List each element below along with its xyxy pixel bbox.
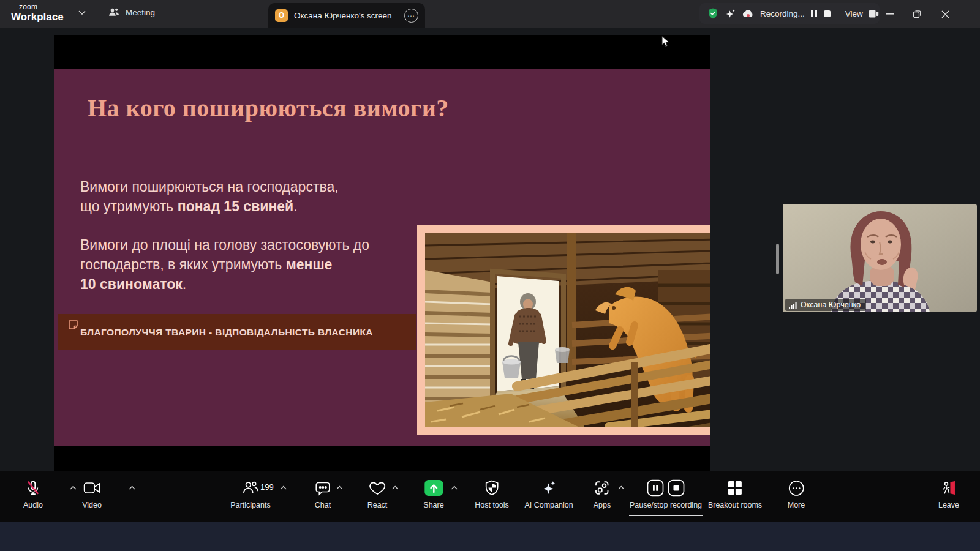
meeting-toolbar: Audio Video 199 Participants [0, 471, 980, 522]
tab-meeting[interactable]: Meeting [108, 7, 155, 18]
brand-workplace: Workplace [11, 12, 64, 22]
leave-door-icon [941, 479, 957, 497]
close-button[interactable] [936, 7, 954, 21]
thumbnail-resize-handle[interactable] [776, 244, 779, 274]
connection-bars-icon [789, 302, 797, 309]
video-options-chevron[interactable] [129, 485, 135, 490]
presentation-slide: На кого поширюються вимоги? Вимоги пошир… [54, 69, 710, 446]
pause-record-icon [647, 479, 664, 497]
restore-button[interactable] [908, 7, 926, 21]
windows-taskbar: Пошук [0, 522, 980, 551]
meeting-status-pill: Recording... View [699, 3, 880, 24]
participants-icon [242, 479, 259, 497]
stop-record-icon [668, 479, 685, 497]
chat-icon [315, 479, 331, 497]
participant-video-tile[interactable]: Оксана Юрченко [783, 204, 977, 312]
note-icon [68, 320, 78, 330]
camera-icon [83, 479, 100, 497]
cloud-recording-icon [742, 9, 755, 18]
video-button[interactable]: Video [82, 479, 102, 509]
tab-shared-screen[interactable]: O Оксана Юрченко's screen … [268, 3, 425, 28]
meeting-tab-label: Meeting [126, 8, 155, 17]
ai-companion-button[interactable]: AI Companion [524, 479, 573, 509]
participant-name: Оксана Юрченко [801, 301, 861, 309]
participant-video-feed [783, 204, 977, 312]
more-ellipsis-icon [788, 479, 804, 497]
participant-name-tag: Оксана Юрченко [785, 299, 866, 311]
slide-paragraph-1: Вимоги поширюються на господарства, що у… [80, 177, 339, 216]
screen-share-initial-icon: O [275, 9, 288, 22]
mic-muted-icon [25, 479, 41, 497]
slide-paragraph-2: Вимоги до площі на голову застосовують д… [80, 235, 369, 294]
tab-options-icon[interactable]: … [404, 9, 418, 23]
record-label-underline [629, 515, 703, 516]
security-shield-icon[interactable] [707, 7, 719, 20]
apps-icon [594, 479, 610, 497]
stop-recording-icon[interactable] [823, 10, 831, 18]
shared-screen-area: На кого поширюються вимоги? Вимоги пошир… [54, 35, 710, 471]
more-button[interactable]: More [788, 479, 805, 509]
breakout-rooms-button[interactable]: Breakout rooms [708, 479, 762, 509]
zoom-workplace-window: zoom Workplace Meeting O Оксана Юрченко'… [0, 0, 980, 551]
react-options-chevron[interactable] [392, 485, 399, 490]
chevron-down-icon[interactable] [78, 10, 86, 15]
participants-options-chevron[interactable] [280, 485, 287, 490]
share-screen-icon [424, 479, 443, 497]
slide-banner: БЛАГОПОЛУЧЧЯ ТВАРИН - ВІДПОВІДАЛЬНІСТЬ В… [58, 314, 417, 350]
ai-sparkle-icon[interactable] [725, 8, 736, 20]
share-button[interactable]: Share [423, 479, 443, 509]
apps-button[interactable]: Apps [594, 479, 611, 509]
chat-button[interactable]: Chat [315, 479, 331, 509]
shield-checker-icon [484, 479, 499, 497]
slide-photo-frame [417, 225, 710, 435]
titlebar: zoom Workplace Meeting O Оксана Юрченко'… [0, 0, 980, 28]
mouse-cursor [662, 36, 670, 48]
brand-zoom: zoom [19, 3, 64, 10]
participants-button[interactable]: 199 Participants [230, 479, 270, 509]
participants-count: 199 [260, 482, 274, 492]
share-options-chevron[interactable] [451, 485, 458, 490]
view-layout-icon[interactable] [869, 9, 879, 18]
ai-companion-sparkle-icon [540, 479, 557, 497]
heart-icon [369, 479, 386, 497]
recording-status-label: Recording... [760, 9, 805, 18]
apps-options-chevron[interactable] [618, 485, 625, 490]
record-controls-icon [647, 479, 685, 497]
pause-stop-recording-button[interactable]: Pause/stop recording [629, 479, 703, 516]
leave-button[interactable]: Leave [938, 479, 959, 509]
audio-options-chevron[interactable] [70, 485, 77, 490]
banner-label: БЛАГОПОЛУЧЧЯ ТВАРИН - ВІДПОВІДАЛЬНІСТЬ В… [80, 327, 373, 338]
zoom-workplace-logo: zoom Workplace [11, 3, 64, 22]
host-tools-button[interactable]: Host tools [475, 479, 509, 509]
screen-tab-label: Оксана Юрченко's screen [294, 11, 392, 20]
breakout-rooms-grid-icon [727, 479, 743, 497]
view-button-label[interactable]: View [845, 9, 863, 18]
react-button[interactable]: React [368, 479, 388, 509]
audio-button[interactable]: Audio [23, 479, 43, 509]
minimize-button[interactable] [881, 7, 899, 21]
chat-options-chevron[interactable] [336, 485, 343, 490]
slide-title: На кого поширюються вимоги? [88, 94, 449, 122]
meeting-people-icon [108, 7, 120, 18]
pause-recording-icon[interactable] [810, 9, 818, 18]
pig-barn-photo [425, 233, 710, 427]
